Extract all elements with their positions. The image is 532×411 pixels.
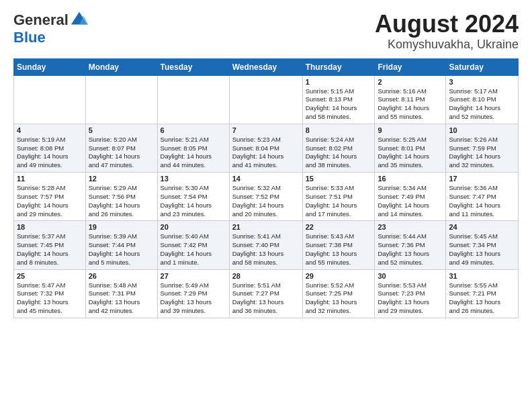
cell-3-2: 12Sunrise: 5:29 AM Sunset: 7:56 PM Dayli… (85, 173, 157, 221)
calendar-table: SundayMondayTuesdayWednesdayThursdayFrid… (13, 58, 519, 318)
day-info: Sunrise: 5:44 AM Sunset: 7:36 PM Dayligh… (378, 232, 443, 267)
cell-4-2: 19Sunrise: 5:39 AM Sunset: 7:44 PM Dayli… (85, 221, 157, 269)
cell-1-5: 1Sunrise: 5:15 AM Sunset: 8:13 PM Daylig… (302, 75, 375, 124)
week-row-2: 4Sunrise: 5:19 AM Sunset: 8:08 PM Daylig… (14, 124, 519, 172)
day-number: 15 (306, 175, 372, 183)
day-number: 22 (306, 223, 372, 231)
day-number: 23 (378, 223, 443, 231)
day-number: 25 (17, 272, 83, 280)
cell-3-6: 16Sunrise: 5:34 AM Sunset: 7:49 PM Dayli… (375, 173, 446, 221)
calendar-title: August 2024 (375, 11, 519, 38)
day-number: 26 (89, 272, 154, 280)
cell-2-5: 8Sunrise: 5:24 AM Sunset: 8:02 PM Daylig… (302, 124, 375, 172)
cell-1-7: 3Sunrise: 5:17 AM Sunset: 8:10 PM Daylig… (446, 75, 519, 124)
week-row-3: 11Sunrise: 5:28 AM Sunset: 7:57 PM Dayli… (14, 173, 519, 221)
cell-3-4: 14Sunrise: 5:32 AM Sunset: 7:52 PM Dayli… (229, 173, 302, 221)
cell-5-5: 29Sunrise: 5:52 AM Sunset: 7:25 PM Dayli… (302, 269, 375, 318)
day-number: 9 (378, 126, 443, 134)
day-info: Sunrise: 5:36 AM Sunset: 7:47 PM Dayligh… (449, 184, 515, 218)
day-info: Sunrise: 5:21 AM Sunset: 8:05 PM Dayligh… (161, 136, 226, 170)
day-number: 14 (232, 175, 300, 183)
day-info: Sunrise: 5:49 AM Sunset: 7:29 PM Dayligh… (161, 281, 226, 316)
day-number: 6 (161, 126, 226, 134)
cell-4-7: 24Sunrise: 5:45 AM Sunset: 7:34 PM Dayli… (446, 221, 519, 269)
logo: General Blue (13, 11, 89, 46)
day-info: Sunrise: 5:24 AM Sunset: 8:02 PM Dayligh… (306, 136, 372, 170)
calendar-subtitle: Komyshuvakha, Ukraine (375, 38, 519, 52)
day-info: Sunrise: 5:40 AM Sunset: 7:42 PM Dayligh… (161, 232, 226, 267)
day-number: 30 (378, 272, 443, 280)
day-number: 12 (89, 175, 154, 183)
day-number: 16 (378, 175, 443, 183)
day-info: Sunrise: 5:23 AM Sunset: 8:04 PM Dayligh… (232, 136, 300, 170)
day-number: 31 (449, 272, 515, 280)
day-number: 17 (449, 175, 515, 183)
day-info: Sunrise: 5:47 AM Sunset: 7:32 PM Dayligh… (17, 281, 83, 316)
day-info: Sunrise: 5:33 AM Sunset: 7:51 PM Dayligh… (306, 184, 372, 218)
weekday-saturday: Saturday (446, 58, 519, 75)
cell-1-6: 2Sunrise: 5:16 AM Sunset: 8:11 PM Daylig… (375, 75, 446, 124)
day-number: 10 (449, 126, 515, 134)
header: General Blue August 2024 Komyshuvakha, U… (13, 11, 519, 52)
cell-4-3: 20Sunrise: 5:40 AM Sunset: 7:42 PM Dayli… (157, 221, 229, 269)
logo-general: General (13, 12, 69, 28)
cell-5-2: 26Sunrise: 5:48 AM Sunset: 7:31 PM Dayli… (85, 269, 157, 318)
weekday-monday: Monday (85, 58, 157, 75)
day-info: Sunrise: 5:16 AM Sunset: 8:11 PM Dayligh… (378, 87, 443, 122)
day-number: 3 (449, 78, 515, 86)
day-info: Sunrise: 5:37 AM Sunset: 7:45 PM Dayligh… (17, 232, 83, 267)
day-number: 11 (17, 175, 83, 183)
weekday-friday: Friday (375, 58, 446, 75)
day-info: Sunrise: 5:45 AM Sunset: 7:34 PM Dayligh… (449, 232, 515, 267)
cell-4-4: 21Sunrise: 5:41 AM Sunset: 7:40 PM Dayli… (229, 221, 302, 269)
weekday-thursday: Thursday (302, 58, 375, 75)
cell-4-1: 18Sunrise: 5:37 AM Sunset: 7:45 PM Dayli… (14, 221, 86, 269)
cell-5-1: 25Sunrise: 5:47 AM Sunset: 7:32 PM Dayli… (14, 269, 86, 318)
day-info: Sunrise: 5:43 AM Sunset: 7:38 PM Dayligh… (306, 232, 372, 267)
day-info: Sunrise: 5:30 AM Sunset: 7:54 PM Dayligh… (161, 184, 226, 218)
day-info: Sunrise: 5:29 AM Sunset: 7:56 PM Dayligh… (89, 184, 154, 218)
day-number: 29 (306, 272, 372, 280)
cell-2-3: 6Sunrise: 5:21 AM Sunset: 8:05 PM Daylig… (157, 124, 229, 172)
day-number: 8 (306, 126, 372, 134)
day-number: 27 (161, 272, 226, 280)
cell-2-7: 10Sunrise: 5:26 AM Sunset: 7:59 PM Dayli… (446, 124, 519, 172)
day-info: Sunrise: 5:41 AM Sunset: 7:40 PM Dayligh… (232, 232, 300, 267)
cell-4-6: 23Sunrise: 5:44 AM Sunset: 7:36 PM Dayli… (375, 221, 446, 269)
day-number: 18 (17, 223, 83, 231)
day-info: Sunrise: 5:51 AM Sunset: 7:27 PM Dayligh… (232, 281, 300, 316)
cell-2-6: 9Sunrise: 5:25 AM Sunset: 8:01 PM Daylig… (375, 124, 446, 172)
day-info: Sunrise: 5:28 AM Sunset: 7:57 PM Dayligh… (17, 184, 83, 218)
day-info: Sunrise: 5:53 AM Sunset: 7:23 PM Dayligh… (378, 281, 443, 316)
day-info: Sunrise: 5:52 AM Sunset: 7:25 PM Dayligh… (306, 281, 372, 316)
day-info: Sunrise: 5:20 AM Sunset: 8:07 PM Dayligh… (89, 136, 154, 170)
day-number: 19 (89, 223, 154, 231)
day-number: 13 (161, 175, 226, 183)
cell-2-1: 4Sunrise: 5:19 AM Sunset: 8:08 PM Daylig… (14, 124, 86, 172)
day-info: Sunrise: 5:15 AM Sunset: 8:13 PM Dayligh… (306, 87, 372, 122)
cell-5-3: 27Sunrise: 5:49 AM Sunset: 7:29 PM Dayli… (157, 269, 229, 318)
week-row-1: 1Sunrise: 5:15 AM Sunset: 8:13 PM Daylig… (14, 75, 519, 124)
day-info: Sunrise: 5:48 AM Sunset: 7:31 PM Dayligh… (89, 281, 154, 316)
logo-blue: Blue (13, 30, 89, 46)
cell-3-7: 17Sunrise: 5:36 AM Sunset: 7:47 PM Dayli… (446, 173, 519, 221)
day-number: 4 (17, 126, 83, 134)
week-row-5: 25Sunrise: 5:47 AM Sunset: 7:32 PM Dayli… (14, 269, 519, 318)
week-row-4: 18Sunrise: 5:37 AM Sunset: 7:45 PM Dayli… (14, 221, 519, 269)
cell-5-7: 31Sunrise: 5:55 AM Sunset: 7:21 PM Dayli… (446, 269, 519, 318)
weekday-header-row: SundayMondayTuesdayWednesdayThursdayFrid… (14, 58, 519, 75)
logo-icon (70, 11, 89, 30)
cell-1-1 (14, 75, 86, 124)
weekday-sunday: Sunday (14, 58, 86, 75)
cell-1-2 (85, 75, 157, 124)
cell-2-2: 5Sunrise: 5:20 AM Sunset: 8:07 PM Daylig… (85, 124, 157, 172)
day-info: Sunrise: 5:55 AM Sunset: 7:21 PM Dayligh… (449, 281, 515, 316)
day-info: Sunrise: 5:19 AM Sunset: 8:08 PM Dayligh… (17, 136, 83, 170)
day-number: 7 (232, 126, 300, 134)
cell-1-4 (229, 75, 302, 124)
cell-5-4: 28Sunrise: 5:51 AM Sunset: 7:27 PM Dayli… (229, 269, 302, 318)
weekday-tuesday: Tuesday (157, 58, 229, 75)
day-number: 21 (232, 223, 300, 231)
cell-1-3 (157, 75, 229, 124)
cell-3-3: 13Sunrise: 5:30 AM Sunset: 7:54 PM Dayli… (157, 173, 229, 221)
